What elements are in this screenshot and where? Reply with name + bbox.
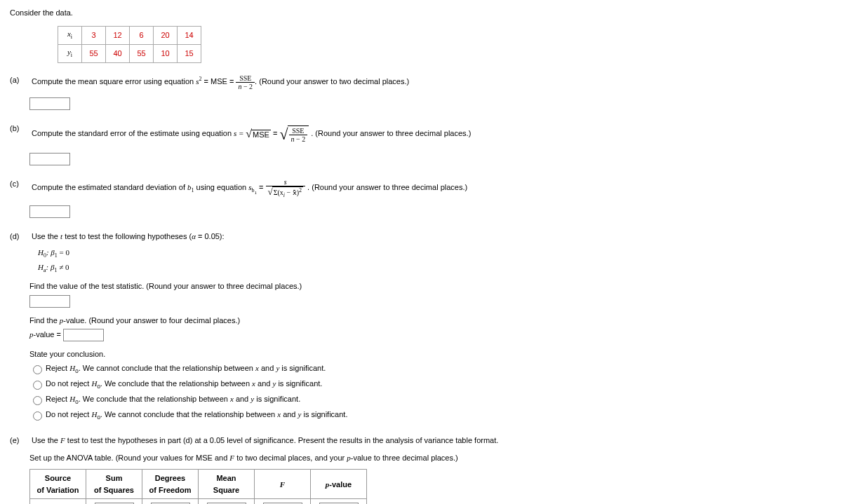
part-c-text: Compute the estimated standard deviation…	[32, 183, 467, 191]
anova-th-source: Sourceof Variation	[30, 470, 86, 499]
anova-row-regression: Regression	[30, 499, 86, 504]
part-e-text1: Use the F test to test the hypotheses in…	[32, 436, 498, 444]
d-radio-4[interactable]	[33, 411, 42, 421]
x-val-2: 6	[130, 26, 154, 44]
header-x: xi	[58, 26, 82, 44]
intro-text: Consider the data.	[10, 7, 832, 19]
d-find-pv: Find the p-value. (Round your answer to …	[29, 316, 240, 325]
d-pval-label: p-value =	[29, 330, 63, 339]
part-b-text: Compute the standard error of the estima…	[32, 129, 471, 137]
anova-table: Sourceof Variation Sumof Squares Degrees…	[29, 469, 367, 504]
part-a-label: (a)	[10, 74, 29, 86]
d-ts-input[interactable]	[29, 295, 70, 308]
anova-th-ss: Sumof Squares	[86, 470, 142, 499]
anova-th-f: F	[255, 470, 311, 499]
d-radio-1[interactable]	[33, 365, 42, 374]
x-val-4: 14	[178, 26, 201, 44]
d-radio-4-label: Do not reject H0. We cannot conclude tha…	[46, 410, 347, 418]
hypotheses: H0: β1 = 0 Ha: β1 ≠ 0	[38, 247, 832, 275]
part-e-label: (e)	[10, 435, 29, 447]
d-pval-input[interactable]	[63, 329, 104, 341]
anova-th-ms: MeanSquare	[199, 470, 255, 499]
d-radio-1-label: Reject H0. We cannot conclude that the r…	[46, 364, 326, 372]
anova-th-pv: p-value	[311, 470, 367, 499]
part-a-text: Compute the mean square error using equa…	[32, 77, 409, 86]
part-e-text2: Set up the ANOVA table. (Round your valu…	[29, 452, 832, 464]
x-val-0: 3	[82, 26, 106, 44]
d-radio-3-label: Reject H0. We conclude that the relation…	[46, 395, 300, 403]
y-val-4: 15	[178, 44, 201, 62]
d-radio-2-label: Do not reject H0. We conclude that the r…	[46, 379, 322, 388]
part-d-label: (d)	[10, 231, 29, 243]
d-radio-3[interactable]	[33, 396, 42, 405]
anova-th-df: Degreesof Freedom	[142, 470, 199, 499]
header-y: yi	[58, 44, 82, 62]
part-b-input[interactable]	[29, 153, 70, 165]
part-d-text1: Use the t test to test the following hyp…	[32, 232, 225, 240]
part-a-input[interactable]	[29, 97, 70, 110]
y-val-0: 55	[82, 44, 106, 62]
d-state: State your conclusion.	[29, 348, 832, 360]
x-val-1: 12	[106, 26, 130, 44]
part-c-input[interactable]	[29, 205, 70, 218]
d-find-ts: Find the value of the test statistic. (R…	[29, 280, 832, 292]
x-val-3: 20	[154, 26, 178, 44]
y-val-1: 40	[106, 44, 130, 62]
y-val-3: 10	[154, 44, 178, 62]
part-b-label: (b)	[10, 123, 29, 135]
data-table: xi 3 12 6 20 14 yi 55 40 55 10 15	[58, 26, 201, 63]
y-val-2: 55	[130, 44, 154, 62]
d-radio-2[interactable]	[33, 381, 42, 390]
part-c-label: (c)	[10, 178, 29, 190]
